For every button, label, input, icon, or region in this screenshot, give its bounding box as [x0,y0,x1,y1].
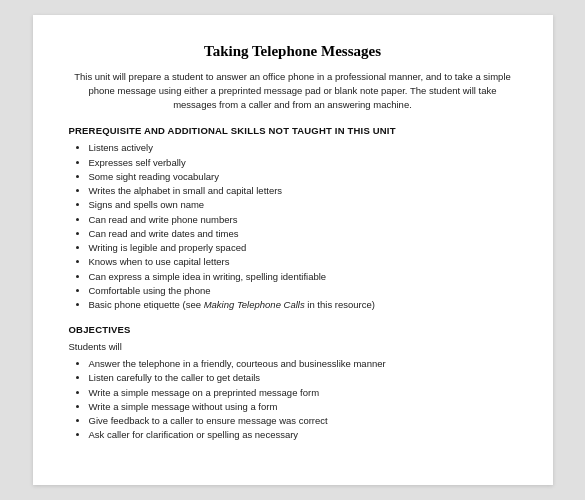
list-item: Can read and write dates and times [89,227,517,241]
list-item: Signs and spells own name [89,198,517,212]
objectives-heading: OBJECTIVES [69,324,517,335]
list-item: Listen carefully to the caller to get de… [89,371,517,385]
list-item: Listens actively [89,141,517,155]
prerequisite-heading: PREREQUISITE AND ADDITIONAL SKILLS NOT T… [69,125,517,136]
list-item: Can express a simple idea in writing, sp… [89,270,517,284]
document-page: Taking Telephone Messages This unit will… [33,15,553,485]
list-item: Expresses self verbally [89,156,517,170]
objectives-list: Answer the telephone in a friendly, cour… [89,357,517,443]
page-title: Taking Telephone Messages [69,43,517,60]
list-item: Write a simple message on a preprinted m… [89,386,517,400]
list-item: Can read and write phone numbers [89,213,517,227]
prerequisite-list: Listens actively Expresses self verbally… [89,141,517,312]
list-item: Give feedback to a caller to ensure mess… [89,414,517,428]
last-item-italic: Making Telephone Calls [204,299,305,310]
list-item: Knows when to use capital letters [89,255,517,269]
intro-text: This unit will prepare a student to answ… [69,70,517,111]
last-item-end: in this resource) [305,299,375,310]
list-item: Ask caller for clarification or spelling… [89,428,517,442]
list-item: Some sight reading vocabulary [89,170,517,184]
list-item: Writing is legible and properly spaced [89,241,517,255]
list-item: Comfortable using the phone [89,284,517,298]
list-item: Writes the alphabet in small and capital… [89,184,517,198]
last-item-plain: Basic phone etiquette (see [89,299,204,310]
list-item-last: Basic phone etiquette (see Making Teleph… [89,298,517,312]
list-item: Write a simple message without using a f… [89,400,517,414]
list-item: Answer the telephone in a friendly, cour… [89,357,517,371]
objectives-subheading: Students will [69,340,517,354]
